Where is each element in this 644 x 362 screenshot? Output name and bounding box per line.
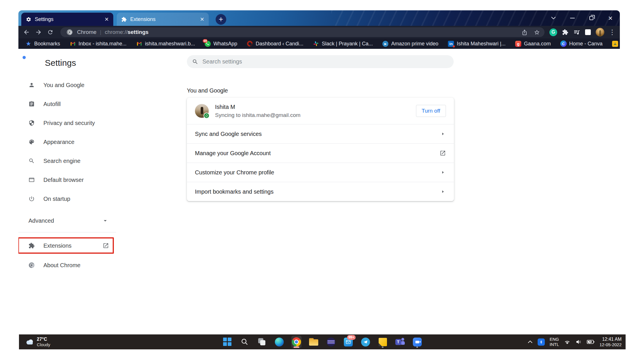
- tab-settings[interactable]: Settings ×: [21, 13, 113, 26]
- browser-window-icon: [28, 177, 35, 183]
- bookmark-item[interactable]: Slack | Prayank | Ca...: [313, 41, 373, 47]
- bookmark-star-icon[interactable]: [534, 29, 540, 35]
- task-view-icon[interactable]: [257, 336, 267, 348]
- volume-icon[interactable]: [576, 339, 582, 345]
- close-tab-icon[interactable]: ×: [198, 16, 206, 23]
- row-import-bookmarks-settings[interactable]: Import bookmarks and settings: [187, 182, 454, 201]
- forward-icon[interactable]: [35, 29, 42, 36]
- close-window-button[interactable]: ×: [601, 10, 620, 26]
- address-bar[interactable]: Chrome | chrome://settings: [60, 27, 545, 37]
- url-divider: |: [100, 29, 101, 35]
- search-icon: [192, 59, 198, 65]
- slack-icon: [313, 41, 319, 47]
- bookmark-item[interactable]: ishita.maheshwari.b...: [136, 41, 195, 47]
- sidebar-item-on-startup[interactable]: On startup: [18, 192, 133, 206]
- bookmark-item[interactable]: Google Classroom: [612, 41, 620, 47]
- extensions-puzzle-icon[interactable]: [562, 29, 568, 35]
- turn-off-button[interactable]: Turn off: [416, 105, 446, 117]
- bookmark-item[interactable]: ★Bookmarks: [25, 41, 60, 47]
- you-and-google-card: Ishita M Syncing to ishita.mahe@gmail.co…: [187, 98, 454, 201]
- share-icon[interactable]: [522, 29, 528, 35]
- eclipse-icon[interactable]: [326, 336, 336, 348]
- wifi-icon[interactable]: [564, 339, 571, 345]
- white-square-extension-icon[interactable]: [585, 29, 591, 35]
- taskbar-weather-widget[interactable]: 27°C Cloudy: [25, 334, 50, 349]
- taskbar-apps: 99+ T: [222, 334, 422, 349]
- whatsapp-icon: 69: [204, 41, 211, 47]
- bookmark-item[interactable]: inIshita Maheshwari |...: [448, 41, 506, 47]
- browser-menu-icon[interactable]: ⋮: [609, 29, 616, 36]
- tab-search-chevron-icon[interactable]: [544, 10, 563, 26]
- chevron-right-icon: [440, 131, 446, 137]
- settings-search[interactable]: [187, 55, 454, 68]
- profile-avatar[interactable]: [596, 28, 604, 36]
- gmail-icon: [70, 41, 76, 47]
- taskbar-search-icon[interactable]: [239, 336, 250, 348]
- chevron-right-icon: [440, 188, 446, 195]
- sidebar-item-default-browser[interactable]: Default browser: [18, 173, 133, 187]
- browser-window: Settings × Extensions × + ×: [18, 10, 620, 325]
- mail-icon[interactable]: 99+: [343, 336, 353, 348]
- chevron-up-icon[interactable]: [528, 340, 533, 344]
- gmail-icon: [136, 41, 142, 47]
- grammarly-extension-icon[interactable]: G: [549, 28, 557, 36]
- gear-icon: [26, 17, 31, 22]
- palette-icon: [28, 139, 35, 145]
- chevron-right-icon: [440, 169, 446, 176]
- tab-strip: Settings × Extensions × + ×: [18, 10, 620, 26]
- prime-video-icon: ▶: [382, 41, 389, 47]
- bookmark-item[interactable]: CHome - Canva: [560, 41, 603, 47]
- bookmark-item[interactable]: ▶Amazon prime video: [382, 41, 438, 47]
- puzzle-icon: [121, 17, 127, 22]
- minimize-button[interactable]: [563, 10, 582, 26]
- sidebar-advanced-toggle[interactable]: Advanced: [18, 214, 133, 228]
- teams-icon[interactable]: T: [395, 336, 405, 348]
- cloud-icon: [25, 339, 34, 345]
- language-indicator[interactable]: ENG INTL: [550, 337, 559, 347]
- telegram-icon[interactable]: [360, 336, 371, 348]
- close-tab-icon[interactable]: ×: [103, 16, 110, 23]
- sidebar-item-autofill[interactable]: Autofill: [18, 97, 133, 111]
- bookmark-item[interactable]: Inbox - ishita.mahe...: [70, 41, 126, 47]
- annotation-red-box: [18, 237, 114, 254]
- reload-icon[interactable]: [47, 29, 53, 35]
- external-link-icon: [440, 150, 446, 156]
- active-app-indicator: [294, 346, 299, 348]
- running-app-indicator: [382, 346, 384, 348]
- zoom-icon[interactable]: [412, 336, 422, 348]
- row-customize-chrome-profile[interactable]: Customize your Chrome profile: [187, 163, 454, 182]
- chrome-icon[interactable]: [291, 336, 302, 348]
- edge-icon[interactable]: [274, 336, 284, 348]
- chrome-gray-icon: [29, 262, 34, 268]
- file-explorer-icon[interactable]: [308, 336, 319, 348]
- bluetooth-icon[interactable]: [538, 338, 545, 346]
- restore-button[interactable]: [582, 10, 601, 26]
- tab-title: Settings: [35, 16, 103, 22]
- tab-extensions[interactable]: Extensions ×: [117, 13, 209, 26]
- sidebar-item-you-and-google[interactable]: You and Google: [18, 78, 133, 92]
- sidebar-item-about-chrome[interactable]: About Chrome: [18, 258, 133, 272]
- star-icon: ★: [25, 41, 32, 47]
- settings-page: Settings You and Google Autofill Privacy…: [18, 49, 620, 325]
- search-input[interactable]: [202, 58, 404, 65]
- sticky-notes-icon[interactable]: [377, 336, 388, 348]
- sidebar-item-search-engine[interactable]: Search engine: [18, 154, 133, 168]
- profile-name: Ishita M: [215, 104, 300, 110]
- linkedin-icon: in: [448, 41, 454, 47]
- new-tab-button[interactable]: +: [216, 14, 226, 25]
- sidebar-item-privacy-security[interactable]: Privacy and security: [18, 116, 133, 130]
- row-sync-google-services[interactable]: Sync and Google services: [187, 124, 454, 143]
- taskbar-clock[interactable]: 12:41 AM 12-05-2022: [599, 336, 622, 348]
- bookmark-item[interactable]: Dashboard ‹ Candi...: [247, 41, 303, 47]
- bookmark-item[interactable]: gGaana.com: [515, 41, 551, 47]
- sidebar-item-appearance[interactable]: Appearance: [18, 135, 133, 149]
- url-brand: Chrome: [77, 29, 97, 35]
- battery-icon[interactable]: [587, 340, 595, 344]
- start-button[interactable]: [222, 336, 233, 348]
- media-playlist-icon[interactable]: [573, 29, 580, 36]
- back-icon[interactable]: [23, 29, 30, 36]
- row-manage-google-account[interactable]: Manage your Google Account: [187, 144, 454, 163]
- sidebar-divider: [18, 232, 116, 232]
- bookmark-item[interactable]: 69 WhatsApp: [204, 41, 237, 47]
- profile-row: Ishita M Syncing to ishita.mahe@gmail.co…: [187, 98, 454, 124]
